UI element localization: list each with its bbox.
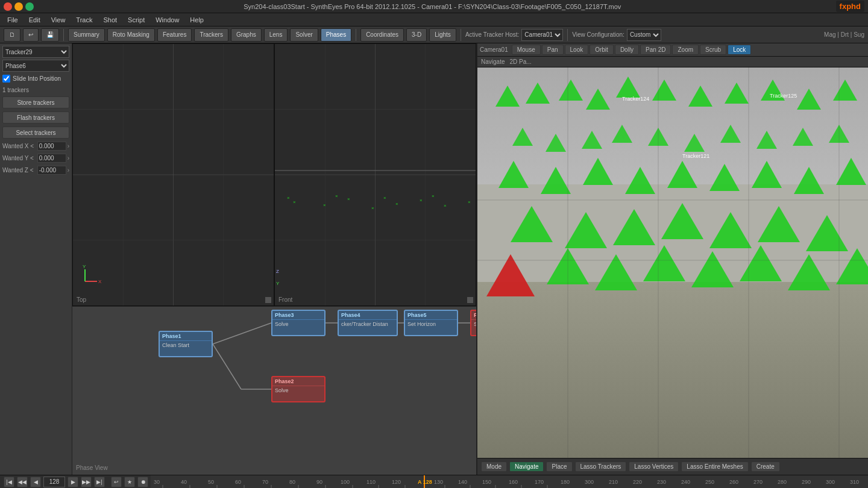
svg-marker-73 — [498, 161, 529, 188]
wanted-x-input[interactable] — [37, 142, 66, 151]
nav-pan2d[interactable]: Pan 2D — [640, 45, 671, 55]
frame-input[interactable]: 128 — [43, 477, 65, 487]
maximize-btn[interactable] — [25, 2, 34, 11]
prev-key-btn[interactable]: ◀◀ — [17, 477, 28, 487]
phase1-node[interactable]: Phase1 Clean Start — [159, 331, 213, 357]
phase5-body: Set Horizon — [405, 320, 457, 328]
phase-select[interactable]: Phase6 — [2, 60, 69, 72]
svg-text:×: × — [347, 196, 350, 202]
mag-label: Mag | Drt | Sug — [824, 31, 864, 38]
wanted-y-arrow[interactable]: › — [68, 155, 69, 161]
slide-checkbox[interactable] — [2, 75, 10, 83]
store-trackers-btn[interactable]: Store trackers — [2, 96, 69, 108]
menu-script[interactable]: Script — [123, 15, 149, 25]
next-frame-btn[interactable]: ▶ — [68, 477, 78, 487]
svg-marker-70 — [756, 131, 777, 149]
coordinates-btn[interactable]: Coordinates — [360, 28, 404, 42]
mode-btn[interactable]: Mode — [481, 461, 507, 472]
flash-trackers-btn[interactable]: Flash trackers — [2, 111, 69, 124]
nav-scrub[interactable]: Scrub — [700, 45, 726, 55]
top-viewport-corner[interactable] — [265, 297, 271, 303]
trackers-btn[interactable]: Trackers — [194, 28, 228, 42]
select-trackers-btn[interactable]: Select trackers — [2, 127, 69, 139]
svg-marker-71 — [793, 128, 813, 146]
menu-view[interactable]: View — [46, 15, 71, 25]
tracker125-label: Tracker125 — [770, 93, 797, 99]
roto-masking-btn[interactable]: Roto Masking — [107, 28, 155, 42]
loop-btn[interactable]: ↩ — [111, 477, 122, 487]
rv-navigate-bar: Navigate 2D Pa... — [477, 57, 868, 67]
phase4-body: cker/Tracker Distan — [339, 320, 397, 328]
3d-btn[interactable]: 3-D — [406, 28, 427, 42]
phase6-node[interactable]: Phase6 Slide Into Position — [470, 310, 476, 336]
solver-btn[interactable]: Solver — [290, 28, 318, 42]
top-viewport[interactable]: X Y Top — [72, 43, 274, 306]
place-btn[interactable]: Place — [546, 461, 572, 472]
phase5-node[interactable]: Phase5 Set Horizon — [404, 310, 458, 336]
lasso-trackers-btn[interactable]: Lasso Trackers — [575, 461, 627, 472]
timeline-ruler[interactable]: 30 40 50 60 70 80 90 100 110 120 A 128 1… — [151, 475, 868, 488]
go-end-btn[interactable]: ▶| — [94, 477, 105, 487]
svg-line-46 — [213, 323, 271, 344]
summary-btn[interactable]: Summary — [68, 28, 105, 42]
window-title: Syn204-class03Start - SynthEyes Pro 64-b… — [34, 3, 831, 10]
play-fwd-btn[interactable]: ▶▶ — [81, 477, 92, 487]
wanted-z-input[interactable] — [37, 166, 66, 175]
menu-edit[interactable]: Edit — [24, 15, 45, 25]
svg-text:250: 250 — [705, 479, 714, 485]
svg-text:30: 30 — [154, 479, 160, 485]
new-btn[interactable]: 🗋 — [4, 28, 20, 42]
nav-dolly[interactable]: Dolly — [615, 45, 639, 55]
menu-track[interactable]: Track — [71, 15, 97, 25]
nav-lock[interactable]: Lock — [728, 45, 751, 55]
go-start-btn[interactable]: |◀ — [4, 477, 14, 487]
svg-text:170: 170 — [535, 479, 544, 485]
active-tracker-select[interactable]: Camera01 — [521, 29, 563, 41]
navigate-mode-btn[interactable]: Navigate — [509, 461, 544, 472]
lasso-vertices-btn[interactable]: Lasso Vertices — [629, 461, 679, 472]
view-config-select[interactable]: Custom — [627, 29, 661, 41]
menu-shot[interactable]: Shot — [98, 15, 122, 25]
lens-btn[interactable]: Lens — [264, 28, 288, 42]
open-btn[interactable]: ↩ — [23, 28, 39, 42]
menu-help[interactable]: Help — [185, 15, 209, 25]
record-btn[interactable]: ⏺ — [137, 477, 148, 487]
nav-look[interactable]: Look — [565, 45, 589, 55]
front-viewport-corner[interactable] — [467, 297, 473, 303]
create-btn[interactable]: Create — [751, 461, 780, 472]
rv-bottom-toolbar: Mode Navigate Place Lasso Trackers Lasso… — [477, 458, 868, 475]
right-viewport: Camera01 Mouse Pan Look Orbit Dolly Pan … — [476, 43, 868, 475]
nav-mouse[interactable]: Mouse — [512, 45, 541, 55]
menu-window[interactable]: Window — [151, 15, 184, 25]
prev-frame-btn[interactable]: ◀ — [30, 477, 41, 487]
close-btn[interactable] — [4, 2, 12, 11]
phases-panel[interactable]: Phase1 Clean Start Phase3 Solve Phase4 c… — [72, 306, 476, 475]
bookmark-btn[interactable]: ★ — [124, 477, 135, 487]
phase4-node[interactable]: Phase4 cker/Tracker Distan — [338, 310, 398, 336]
phase6-body: Slide Into Position — [471, 320, 476, 328]
features-btn[interactable]: Features — [157, 28, 192, 42]
lasso-meshes-btn[interactable]: Lasso Entire Meshes — [681, 461, 748, 472]
svg-text:160: 160 — [509, 479, 518, 485]
wanted-x-arrow[interactable]: › — [68, 143, 69, 149]
phases-tab[interactable]: Phases — [321, 28, 351, 42]
toolbar-sep-2 — [356, 29, 356, 41]
lights-btn[interactable]: Lights — [429, 28, 456, 42]
graphs-btn[interactable]: Graphs — [231, 28, 262, 42]
save-btn[interactable]: 💾 — [41, 28, 59, 42]
phase3-node[interactable]: Phase3 Solve — [271, 310, 326, 336]
minimize-btn[interactable] — [14, 2, 23, 11]
nav-orbit[interactable]: Orbit — [590, 45, 614, 55]
wanted-x-row: Wanted X < › — [2, 142, 69, 151]
wanted-y-input[interactable] — [37, 154, 66, 163]
menu-file[interactable]: File — [2, 15, 23, 25]
nav-zoom[interactable]: Zoom — [672, 45, 699, 55]
toolbar-sep-4 — [567, 29, 568, 41]
svg-text:80: 80 — [289, 479, 295, 485]
nav-pan[interactable]: Pan — [542, 45, 564, 55]
tracker-select[interactable]: Tracker29 — [2, 46, 69, 58]
phase2-node[interactable]: Phase2 Solve — [271, 376, 326, 402]
front-viewport[interactable]: × × × × × × × × × × × × × × × × × — [274, 43, 476, 306]
camera-view[interactable]: Tracker124 Tracker125 Tracker121 — [477, 67, 868, 458]
wanted-z-arrow[interactable]: › — [68, 167, 69, 174]
